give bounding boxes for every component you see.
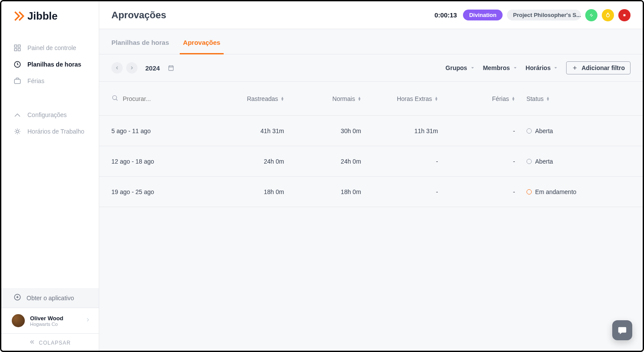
dashboard-icon xyxy=(13,44,21,52)
filter-schedules-label: Horários xyxy=(526,64,551,71)
table-row[interactable]: 19 ago - 25 ago18h 0m18h 0m--Em andament… xyxy=(99,177,643,207)
th-tracked-label: Rastreadas xyxy=(247,95,278,102)
table-body: 5 ago - 11 ago41h 31m30h 0m11h 31m-Abert… xyxy=(99,116,643,207)
header-action-green[interactable] xyxy=(585,9,597,21)
cell-period: 19 ago - 25 ago xyxy=(111,188,207,195)
tab-timesheets[interactable]: Planilhas de horas xyxy=(111,29,169,54)
cell-vacation: - xyxy=(438,158,515,165)
briefcase-icon xyxy=(13,77,21,85)
stop-button[interactable] xyxy=(618,9,631,21)
sidebar-item-dashboard[interactable]: Painel de controle xyxy=(1,40,99,56)
th-overtime-label: Horas Extras xyxy=(397,95,432,102)
filter-schedules[interactable]: Horários xyxy=(526,64,559,71)
th-status[interactable]: Status ▲▼ xyxy=(515,95,631,102)
caret-down-icon xyxy=(470,65,475,70)
cell-status: Em andamento xyxy=(515,188,631,195)
chat-support-button[interactable] xyxy=(612,320,632,340)
cell-period: 5 ago - 11 ago xyxy=(111,127,207,134)
cell-tracked: 24h 0m xyxy=(207,158,284,165)
sort-icon: ▲▼ xyxy=(358,97,361,101)
sidebar: Jibble Painel de controle Planilhas de h… xyxy=(1,1,99,351)
add-filter-button[interactable]: Adicionar filtro xyxy=(566,61,631,74)
sidebar-item-vacation[interactable]: Férias xyxy=(1,73,99,89)
collapse-sidebar-button[interactable]: COLAPSAR xyxy=(1,333,99,351)
table-header-row: Rastreadas ▲▼ Normais ▲▼ Horas Extras ▲▼… xyxy=(99,82,643,116)
cell-overtime: - xyxy=(361,158,438,165)
cell-period: 12 ago - 18 ago xyxy=(111,158,207,165)
sidebar-item-label: Painel de controle xyxy=(27,44,76,51)
brand-icon xyxy=(13,10,25,22)
sort-icon: ▲▼ xyxy=(546,97,550,101)
sort-icon: ▲▼ xyxy=(281,97,284,101)
activity-pill[interactable]: Divination xyxy=(463,10,503,20)
svg-point-6 xyxy=(16,130,19,133)
avatar xyxy=(12,314,25,327)
cell-overtime: 11h 31m xyxy=(361,127,438,134)
sort-icon: ▲▼ xyxy=(512,97,515,101)
th-status-label: Status xyxy=(527,95,544,102)
brand-name: Jibble xyxy=(27,10,57,22)
cell-tracked: 41h 31m xyxy=(207,127,284,134)
th-overtime[interactable]: Horas Extras ▲▼ xyxy=(361,95,438,102)
next-period-button[interactable] xyxy=(126,62,138,74)
sort-icon: ▲▼ xyxy=(435,97,438,101)
svg-rect-1 xyxy=(18,45,20,47)
prev-period-button[interactable] xyxy=(111,62,123,74)
status-label: Aberta xyxy=(535,158,553,165)
status-dot-icon xyxy=(527,159,532,164)
filter-groups[interactable]: Grupos xyxy=(446,64,475,71)
table-row[interactable]: 5 ago - 11 ago41h 31m30h 0m11h 31m-Abert… xyxy=(99,116,643,146)
search-icon xyxy=(111,94,118,103)
cell-normal: 30h 0m xyxy=(284,127,361,134)
user-menu[interactable]: Oliver Wood Hogwarts Co xyxy=(1,308,99,333)
chevron-double-left-icon xyxy=(29,339,35,346)
tabs-bar: Planilhas de horas Aprovações xyxy=(99,29,643,54)
svg-rect-10 xyxy=(169,66,174,70)
filter-members-label: Membros xyxy=(483,64,510,71)
status-dot-icon xyxy=(527,128,532,134)
caret-down-icon xyxy=(513,65,518,70)
svg-rect-3 xyxy=(18,49,20,51)
th-normal[interactable]: Normais ▲▼ xyxy=(284,95,361,102)
sidebar-item-label: Férias xyxy=(27,77,44,84)
user-name: Oliver Wood xyxy=(30,315,80,322)
get-app-button[interactable]: Obter o aplicativo xyxy=(1,288,99,308)
status-label: Aberta xyxy=(535,127,553,134)
filter-groups-label: Grupos xyxy=(446,64,467,71)
svg-point-11 xyxy=(113,96,117,100)
sidebar-item-label: Configurações xyxy=(27,111,67,118)
brand-logo[interactable]: Jibble xyxy=(1,1,99,31)
cell-status: Aberta xyxy=(515,158,631,165)
tab-approvals[interactable]: Aprovações xyxy=(183,29,221,54)
timer-display: 0:00:13 xyxy=(434,11,457,19)
cell-normal: 24h 0m xyxy=(284,158,361,165)
svg-rect-9 xyxy=(624,14,626,16)
sidebar-item-timesheets[interactable]: Planilhas de horas xyxy=(1,56,99,73)
primary-nav: Painel de controle Planilhas de horas Fé… xyxy=(1,31,99,140)
th-vacation[interactable]: Férias ▲▼ xyxy=(438,95,515,102)
status-label: Em andamento xyxy=(535,188,577,195)
sidebar-item-work-schedules[interactable]: Horários de Trabalho xyxy=(1,123,99,140)
filter-members[interactable]: Membros xyxy=(483,64,518,71)
search-input[interactable] xyxy=(123,95,188,102)
settings-icon xyxy=(13,111,21,119)
project-pill[interactable]: Project Philosopher's S... xyxy=(507,10,581,20)
header-action-yellow[interactable] xyxy=(602,9,614,21)
get-app-label: Obter o aplicativo xyxy=(27,295,74,302)
sidebar-item-settings[interactable]: Configurações xyxy=(1,107,99,123)
year-label: 2024 xyxy=(145,64,160,72)
th-normal-label: Normais xyxy=(332,95,355,102)
cell-normal: 18h 0m xyxy=(284,188,361,195)
sidebar-item-label: Planilhas de horas xyxy=(27,61,81,68)
cell-vacation: - xyxy=(438,188,515,195)
cell-vacation: - xyxy=(438,127,515,134)
th-tracked[interactable]: Rastreadas ▲▼ xyxy=(207,95,284,102)
status-dot-icon xyxy=(527,189,532,194)
table-row[interactable]: 12 ago - 18 ago24h 0m24h 0m--Aberta xyxy=(99,146,643,177)
cell-status: Aberta xyxy=(515,127,631,134)
add-filter-label: Adicionar filtro xyxy=(581,64,625,71)
svg-rect-0 xyxy=(14,45,17,47)
clock-icon xyxy=(13,60,21,68)
cell-tracked: 18h 0m xyxy=(207,188,284,195)
calendar-icon[interactable] xyxy=(168,64,174,71)
